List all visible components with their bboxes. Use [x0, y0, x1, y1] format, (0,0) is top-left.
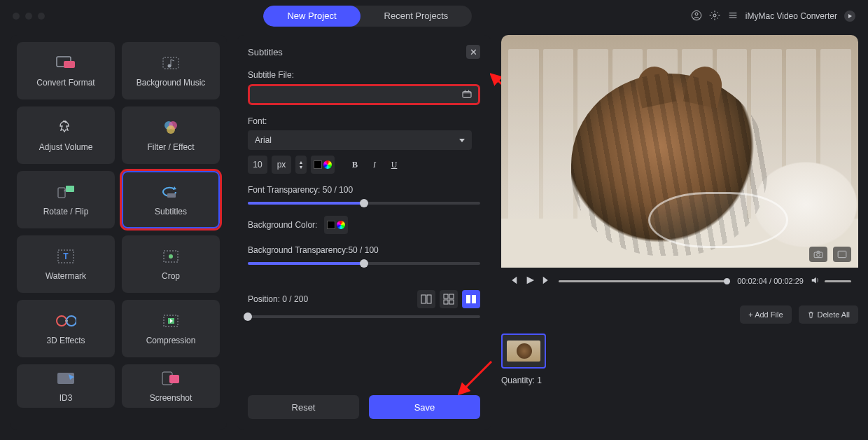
compress-icon: [160, 312, 181, 330]
tool-label: Screenshot: [150, 393, 192, 403]
video-thumbnail[interactable]: [501, 334, 546, 369]
crop-icon: [160, 247, 181, 266]
run-icon[interactable]: [844, 11, 855, 22]
tool-label: Subtitles: [155, 207, 187, 216]
svg-rect-27: [421, 295, 426, 303]
font-value: Arial: [255, 135, 272, 145]
svg-rect-24: [169, 375, 179, 383]
font-size-input[interactable]: 10: [248, 156, 267, 174]
bgcolor-picker[interactable]: [324, 216, 348, 234]
annotation-arrow-icon: [458, 359, 494, 395]
browse-file-icon[interactable]: [461, 88, 472, 102]
account-icon[interactable]: [691, 10, 702, 23]
font-unit: px: [272, 156, 291, 174]
tool-3d-effects[interactable]: 3D Effects: [17, 300, 115, 357]
tool-background-music[interactable]: Background Music: [122, 42, 220, 99]
svg-point-2: [713, 14, 716, 17]
settings-icon[interactable]: [709, 10, 720, 23]
svg-rect-11: [58, 188, 65, 198]
close-panel-button[interactable]: ✕: [466, 45, 480, 59]
svg-point-17: [169, 254, 173, 259]
tool-label: Background Music: [136, 78, 206, 88]
svg-line-35: [463, 362, 491, 390]
svg-rect-32: [449, 300, 454, 304]
font-select[interactable]: Arial: [248, 130, 472, 150]
project-tab-switch: New Project Recent Projects: [263, 6, 472, 27]
menu-icon[interactable]: [727, 10, 738, 23]
position-quad[interactable]: [440, 290, 458, 308]
font-transparency-label: Font Transparency: 50 / 100: [248, 185, 480, 195]
tool-label: Adjust Volume: [39, 142, 93, 152]
playback-time: 00:02:04 / 00:02:29: [737, 277, 804, 285]
quantity-label: Quantity: 1: [501, 376, 858, 385]
fullscreen-icon[interactable]: [833, 247, 851, 262]
position-slider[interactable]: [248, 315, 480, 318]
tool-screenshot[interactable]: Screenshot: [122, 364, 220, 408]
subtitle-file-input[interactable]: [248, 84, 480, 105]
snapshot-icon[interactable]: [809, 247, 827, 262]
font-size-stepper[interactable]: ▲▼: [295, 156, 307, 174]
font-transparency-slider[interactable]: [248, 202, 480, 205]
svg-rect-13: [167, 193, 176, 198]
position-label: Position: 0 / 200: [248, 294, 308, 304]
svg-rect-28: [427, 295, 431, 303]
id3-icon: [55, 369, 76, 387]
subtitles-icon: [160, 183, 181, 201]
position-side-by-side[interactable]: [417, 290, 435, 308]
tool-convert-format[interactable]: Convert Format: [17, 42, 115, 99]
svg-rect-38: [838, 251, 846, 257]
svg-rect-33: [466, 295, 470, 303]
tool-rotate-flip[interactable]: Rotate / Flip: [17, 171, 115, 228]
music-icon: [160, 54, 181, 72]
volume-icon[interactable]: [811, 275, 820, 287]
next-button[interactable]: [542, 275, 552, 287]
3d-icon: [55, 312, 76, 330]
svg-point-7: [65, 121, 67, 123]
svg-point-37: [817, 253, 820, 256]
subtitles-panel: Subtitles ✕ Subtitle File: Font: Arial: [237, 35, 491, 430]
italic-button[interactable]: I: [367, 156, 382, 174]
screenshot-icon: [160, 369, 181, 387]
prev-button[interactable]: [508, 275, 518, 287]
delete-all-button[interactable]: Delete All: [799, 305, 858, 324]
save-button[interactable]: Save: [369, 395, 480, 419]
font-color-picker[interactable]: [311, 156, 335, 174]
tool-crop[interactable]: Crop: [122, 235, 220, 293]
tool-adjust-volume[interactable]: Adjust Volume: [17, 106, 115, 164]
volume-icon: [55, 118, 76, 137]
svg-point-10: [167, 125, 175, 134]
svg-rect-4: [64, 61, 75, 68]
tool-label: ID3: [59, 393, 73, 403]
font-label: Font:: [248, 116, 480, 126]
bg-transparency-label: Background Transparency:50 / 100: [248, 245, 480, 255]
tab-new-project[interactable]: New Project: [263, 6, 360, 27]
underline-button[interactable]: U: [386, 156, 402, 174]
bold-button[interactable]: B: [347, 156, 363, 174]
tool-label: Filter / Effect: [147, 142, 194, 152]
position-columns[interactable]: [462, 290, 480, 308]
tool-subtitles[interactable]: Subtitles: [122, 171, 220, 228]
play-button[interactable]: [525, 275, 535, 287]
tool-filter-effect[interactable]: Filter / Effect: [122, 106, 220, 164]
bgcolor-label: Background Color:: [248, 220, 317, 230]
volume-slider[interactable]: [825, 280, 851, 282]
seek-slider[interactable]: [559, 280, 730, 282]
chevron-down-icon: [459, 139, 465, 142]
add-file-button[interactable]: + Add File: [740, 305, 791, 324]
tool-compression[interactable]: Compression: [122, 300, 220, 357]
svg-rect-30: [449, 294, 454, 298]
panel-title: Subtitles: [248, 47, 283, 57]
subtitle-file-label: Subtitle File:: [248, 70, 480, 80]
tool-watermark[interactable]: T Watermark: [17, 235, 115, 293]
reset-button[interactable]: Reset: [248, 395, 359, 419]
tab-recent-projects[interactable]: Recent Projects: [360, 6, 472, 27]
tool-label: 3D Effects: [46, 336, 85, 345]
svg-rect-12: [66, 186, 74, 192]
svg-rect-29: [444, 294, 448, 298]
window-traffic-lights[interactable]: [13, 13, 45, 20]
video-preview[interactable]: [501, 35, 858, 268]
app-title: iMyMac Video Converter: [746, 11, 837, 21]
tool-label: Compression: [146, 336, 196, 345]
tool-id3[interactable]: ID3: [17, 364, 115, 408]
bg-transparency-slider[interactable]: [248, 262, 480, 265]
